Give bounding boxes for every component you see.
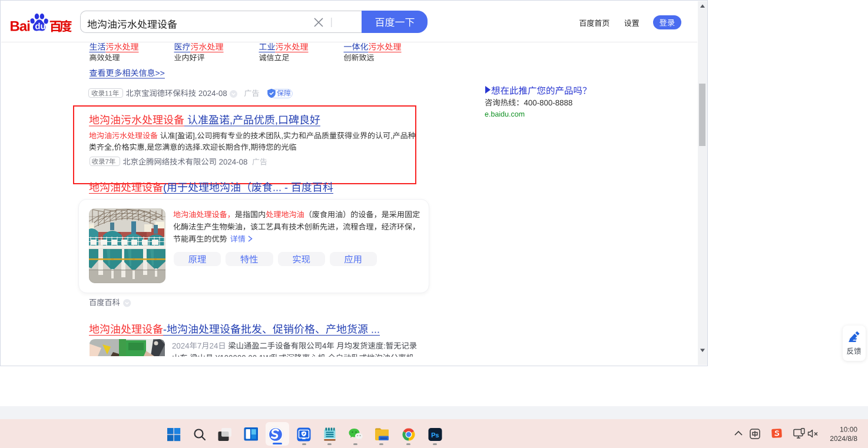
svg-text:Ps: Ps (431, 432, 439, 439)
